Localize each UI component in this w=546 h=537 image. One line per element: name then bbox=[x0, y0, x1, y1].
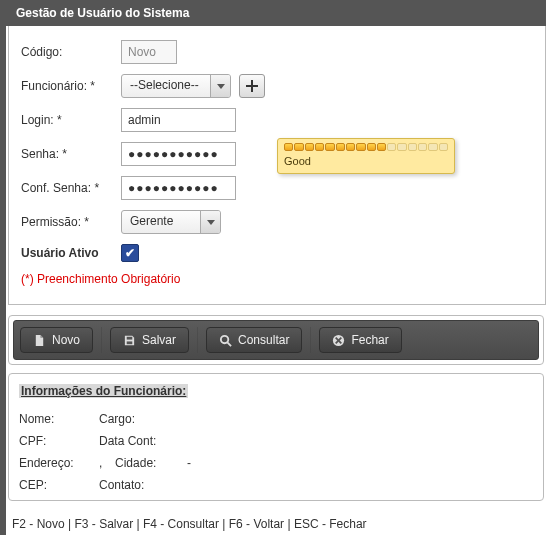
funcionario-label: Funcionário: * bbox=[21, 79, 121, 93]
password-strength-bar bbox=[284, 143, 448, 151]
cidade-value: - bbox=[187, 456, 191, 470]
novo-button[interactable]: Novo bbox=[20, 327, 93, 353]
permissao-value: Gerente bbox=[122, 211, 200, 233]
login-input[interactable] bbox=[121, 108, 236, 132]
form-body: Código: Funcionário: * --Selecione-- Log… bbox=[8, 26, 546, 305]
senha-label: Senha: * bbox=[21, 147, 121, 161]
datacont-label: Data Cont: bbox=[99, 434, 177, 448]
add-funcionario-button[interactable] bbox=[239, 74, 265, 98]
svg-point-2 bbox=[221, 335, 228, 342]
toolbar-container: Novo Salvar Consultar Fech bbox=[8, 315, 544, 365]
permissao-select[interactable]: Gerente bbox=[121, 210, 221, 234]
info-panel: Informações do Funcionário: Nome: Cargo:… bbox=[8, 373, 544, 501]
document-icon bbox=[33, 334, 46, 347]
cargo-label: Cargo: bbox=[99, 412, 177, 426]
cpf-label: CPF: bbox=[19, 434, 95, 448]
chevron-down-icon[interactable] bbox=[200, 211, 220, 233]
funcionario-value: --Selecione-- bbox=[122, 75, 210, 97]
password-strength-tooltip: Good bbox=[277, 138, 455, 174]
toolbar: Novo Salvar Consultar Fech bbox=[13, 320, 539, 360]
required-note: (*) Preenchimento Obrigatório bbox=[21, 272, 533, 286]
codigo-label: Código: bbox=[21, 45, 121, 59]
nome-label: Nome: bbox=[19, 412, 95, 426]
conf-senha-label: Conf. Senha: * bbox=[21, 181, 121, 195]
permissao-label: Permissão: * bbox=[21, 215, 121, 229]
salvar-button[interactable]: Salvar bbox=[110, 327, 189, 353]
senha-input[interactable] bbox=[121, 142, 236, 166]
funcionario-select[interactable]: --Selecione-- bbox=[121, 74, 231, 98]
svg-rect-1 bbox=[127, 341, 133, 344]
svg-rect-0 bbox=[127, 336, 133, 339]
info-title: Informações do Funcionário: bbox=[19, 384, 188, 398]
login-label: Login: * bbox=[21, 113, 121, 127]
consultar-label: Consultar bbox=[238, 333, 289, 347]
consultar-button[interactable]: Consultar bbox=[206, 327, 302, 353]
panel-title: Gestão de Usuário do Sistema bbox=[6, 0, 546, 26]
codigo-input[interactable] bbox=[121, 40, 177, 64]
svg-line-3 bbox=[227, 342, 231, 346]
save-icon bbox=[123, 334, 136, 347]
contato-label: Contato: bbox=[99, 478, 177, 492]
search-icon bbox=[219, 334, 232, 347]
salvar-label: Salvar bbox=[142, 333, 176, 347]
conf-senha-input[interactable] bbox=[121, 176, 236, 200]
fechar-button[interactable]: Fechar bbox=[319, 327, 401, 353]
endereco-value: , bbox=[99, 456, 102, 470]
password-strength-text: Good bbox=[284, 155, 448, 167]
cep-label: CEP: bbox=[19, 478, 95, 492]
novo-label: Novo bbox=[52, 333, 80, 347]
ativo-label: Usuário Ativo bbox=[21, 246, 121, 260]
fechar-label: Fechar bbox=[351, 333, 388, 347]
panel: Gestão de Usuário do Sistema Código: Fun… bbox=[0, 0, 546, 535]
endereco-label: Endereço: bbox=[19, 456, 95, 470]
ativo-checkbox[interactable]: ✔ bbox=[121, 244, 139, 262]
footer-shortcuts: F2 - Novo | F3 - Salvar | F4 - Consultar… bbox=[8, 507, 544, 535]
chevron-down-icon[interactable] bbox=[210, 75, 230, 97]
close-icon bbox=[332, 334, 345, 347]
plus-icon bbox=[245, 79, 259, 93]
cidade-label: Cidade: bbox=[115, 456, 156, 470]
